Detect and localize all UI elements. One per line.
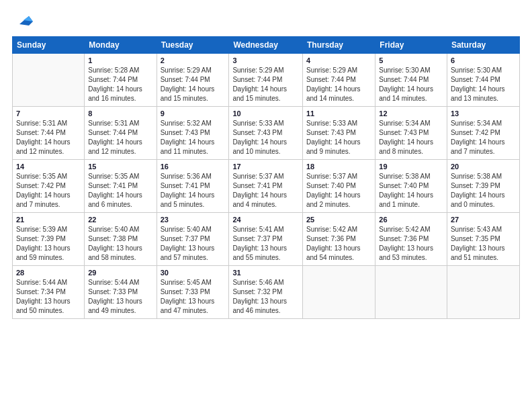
day-info: Sunrise: 5:31 AM Sunset: 7:44 PM Dayligh… (16, 119, 81, 156)
day-info: Sunrise: 5:28 AM Sunset: 7:44 PM Dayligh… (88, 66, 152, 103)
calendar-cell: 6Sunrise: 5:30 AM Sunset: 7:44 PM Daylig… (447, 54, 519, 107)
weekday-header-tuesday: Tuesday (157, 37, 229, 54)
day-number: 21 (16, 216, 81, 224)
day-number: 20 (451, 163, 516, 171)
day-number: 2 (161, 56, 226, 64)
day-number: 13 (451, 109, 516, 118)
day-number: 18 (306, 163, 371, 171)
day-info: Sunrise: 5:42 AM Sunset: 7:36 PM Dayligh… (306, 225, 371, 263)
day-number: 31 (232, 269, 299, 277)
calendar-cell: 2Sunrise: 5:29 AM Sunset: 7:44 PM Daylig… (157, 54, 229, 107)
day-info: Sunrise: 5:29 AM Sunset: 7:44 PM Dayligh… (161, 66, 226, 103)
day-number: 6 (451, 56, 516, 64)
day-number: 16 (161, 163, 226, 171)
calendar-cell: 5Sunrise: 5:30 AM Sunset: 7:44 PM Daylig… (375, 54, 447, 107)
day-info: Sunrise: 5:46 AM Sunset: 7:32 PM Dayligh… (232, 278, 299, 316)
day-number: 7 (16, 109, 81, 118)
calendar-week-2: 7Sunrise: 5:31 AM Sunset: 7:44 PM Daylig… (13, 107, 520, 160)
calendar-cell: 17Sunrise: 5:37 AM Sunset: 7:41 PM Dayli… (229, 160, 303, 213)
day-number: 19 (379, 163, 443, 171)
day-number: 24 (232, 216, 299, 224)
day-info: Sunrise: 5:37 AM Sunset: 7:41 PM Dayligh… (232, 172, 299, 210)
day-number: 4 (306, 56, 371, 64)
calendar-cell: 1Sunrise: 5:28 AM Sunset: 7:44 PM Daylig… (85, 54, 157, 107)
calendar-week-3: 14Sunrise: 5:35 AM Sunset: 7:42 PM Dayli… (13, 160, 520, 213)
calendar-cell: 28Sunrise: 5:44 AM Sunset: 7:34 PM Dayli… (13, 266, 85, 319)
calendar-cell: 31Sunrise: 5:46 AM Sunset: 7:32 PM Dayli… (229, 266, 303, 319)
calendar-cell (13, 54, 85, 107)
calendar-cell: 11Sunrise: 5:33 AM Sunset: 7:43 PM Dayli… (302, 107, 375, 160)
day-number: 30 (161, 269, 226, 277)
day-number: 5 (379, 56, 443, 64)
page: SundayMondayTuesdayWednesdayThursdayFrid… (0, 0, 532, 411)
day-info: Sunrise: 5:29 AM Sunset: 7:44 PM Dayligh… (306, 66, 371, 103)
day-number: 9 (161, 109, 226, 118)
calendar-cell: 12Sunrise: 5:34 AM Sunset: 7:43 PM Dayli… (375, 107, 447, 160)
day-number: 29 (88, 269, 152, 277)
weekday-header-saturday: Saturday (447, 37, 519, 54)
calendar-cell: 24Sunrise: 5:41 AM Sunset: 7:37 PM Dayli… (229, 213, 303, 266)
calendar-cell: 13Sunrise: 5:34 AM Sunset: 7:42 PM Dayli… (447, 107, 519, 160)
calendar-cell (447, 266, 519, 319)
calendar-cell: 25Sunrise: 5:42 AM Sunset: 7:36 PM Dayli… (302, 213, 375, 266)
day-number: 26 (379, 216, 443, 224)
day-info: Sunrise: 5:40 AM Sunset: 7:38 PM Dayligh… (88, 225, 152, 263)
calendar-week-5: 28Sunrise: 5:44 AM Sunset: 7:34 PM Dayli… (13, 266, 520, 319)
logo-icon (14, 9, 34, 30)
weekday-header-friday: Friday (375, 37, 447, 54)
calendar-cell: 26Sunrise: 5:42 AM Sunset: 7:36 PM Dayli… (375, 213, 447, 266)
day-number: 22 (88, 216, 152, 224)
day-info: Sunrise: 5:34 AM Sunset: 7:43 PM Dayligh… (379, 119, 443, 156)
calendar-cell: 9Sunrise: 5:32 AM Sunset: 7:43 PM Daylig… (157, 107, 229, 160)
day-info: Sunrise: 5:31 AM Sunset: 7:44 PM Dayligh… (88, 119, 152, 156)
day-info: Sunrise: 5:44 AM Sunset: 7:33 PM Dayligh… (88, 278, 152, 316)
day-info: Sunrise: 5:39 AM Sunset: 7:39 PM Dayligh… (16, 225, 81, 263)
day-number: 23 (161, 216, 226, 224)
calendar-cell: 27Sunrise: 5:43 AM Sunset: 7:35 PM Dayli… (447, 213, 519, 266)
day-number: 1 (88, 56, 152, 64)
day-info: Sunrise: 5:36 AM Sunset: 7:41 PM Dayligh… (161, 172, 226, 210)
day-info: Sunrise: 5:38 AM Sunset: 7:39 PM Dayligh… (451, 172, 516, 210)
day-info: Sunrise: 5:38 AM Sunset: 7:40 PM Dayligh… (379, 172, 443, 210)
calendar-cell: 7Sunrise: 5:31 AM Sunset: 7:44 PM Daylig… (13, 107, 85, 160)
day-number: 15 (88, 163, 152, 171)
day-number: 27 (451, 216, 516, 224)
logo (12, 12, 34, 30)
calendar-cell (375, 266, 447, 319)
day-number: 28 (16, 269, 81, 277)
day-number: 14 (16, 163, 81, 171)
calendar-cell: 20Sunrise: 5:38 AM Sunset: 7:39 PM Dayli… (447, 160, 519, 213)
calendar-cell: 29Sunrise: 5:44 AM Sunset: 7:33 PM Dayli… (85, 266, 157, 319)
calendar-cell: 18Sunrise: 5:37 AM Sunset: 7:40 PM Dayli… (302, 160, 375, 213)
day-info: Sunrise: 5:32 AM Sunset: 7:43 PM Dayligh… (161, 119, 226, 156)
day-info: Sunrise: 5:35 AM Sunset: 7:41 PM Dayligh… (88, 172, 152, 210)
day-info: Sunrise: 5:43 AM Sunset: 7:35 PM Dayligh… (451, 225, 516, 263)
calendar-cell: 8Sunrise: 5:31 AM Sunset: 7:44 PM Daylig… (85, 107, 157, 160)
weekday-header-row: SundayMondayTuesdayWednesdayThursdayFrid… (13, 37, 520, 54)
calendar-week-4: 21Sunrise: 5:39 AM Sunset: 7:39 PM Dayli… (13, 213, 520, 266)
weekday-header-thursday: Thursday (302, 37, 375, 54)
day-number: 3 (232, 56, 299, 64)
day-number: 12 (379, 109, 443, 118)
day-info: Sunrise: 5:30 AM Sunset: 7:44 PM Dayligh… (379, 66, 443, 103)
calendar-cell: 4Sunrise: 5:29 AM Sunset: 7:44 PM Daylig… (302, 54, 375, 107)
calendar-cell: 10Sunrise: 5:33 AM Sunset: 7:43 PM Dayli… (229, 107, 303, 160)
calendar-cell: 21Sunrise: 5:39 AM Sunset: 7:39 PM Dayli… (13, 213, 85, 266)
day-number: 17 (232, 163, 299, 171)
calendar-cell: 19Sunrise: 5:38 AM Sunset: 7:40 PM Dayli… (375, 160, 447, 213)
calendar-cell: 15Sunrise: 5:35 AM Sunset: 7:41 PM Dayli… (85, 160, 157, 213)
calendar-cell: 3Sunrise: 5:29 AM Sunset: 7:44 PM Daylig… (229, 54, 303, 107)
day-number: 10 (232, 109, 299, 118)
day-info: Sunrise: 5:33 AM Sunset: 7:43 PM Dayligh… (232, 119, 299, 156)
day-info: Sunrise: 5:41 AM Sunset: 7:37 PM Dayligh… (232, 225, 299, 263)
day-info: Sunrise: 5:44 AM Sunset: 7:34 PM Dayligh… (16, 278, 81, 316)
day-info: Sunrise: 5:30 AM Sunset: 7:44 PM Dayligh… (451, 66, 516, 103)
calendar-cell: 16Sunrise: 5:36 AM Sunset: 7:41 PM Dayli… (157, 160, 229, 213)
calendar-cell (302, 266, 375, 319)
calendar-week-1: 1Sunrise: 5:28 AM Sunset: 7:44 PM Daylig… (13, 54, 520, 107)
weekday-header-wednesday: Wednesday (229, 37, 303, 54)
calendar-cell: 30Sunrise: 5:45 AM Sunset: 7:33 PM Dayli… (157, 266, 229, 319)
day-info: Sunrise: 5:42 AM Sunset: 7:36 PM Dayligh… (379, 225, 443, 263)
weekday-header-monday: Monday (85, 37, 157, 54)
calendar-cell: 22Sunrise: 5:40 AM Sunset: 7:38 PM Dayli… (85, 213, 157, 266)
